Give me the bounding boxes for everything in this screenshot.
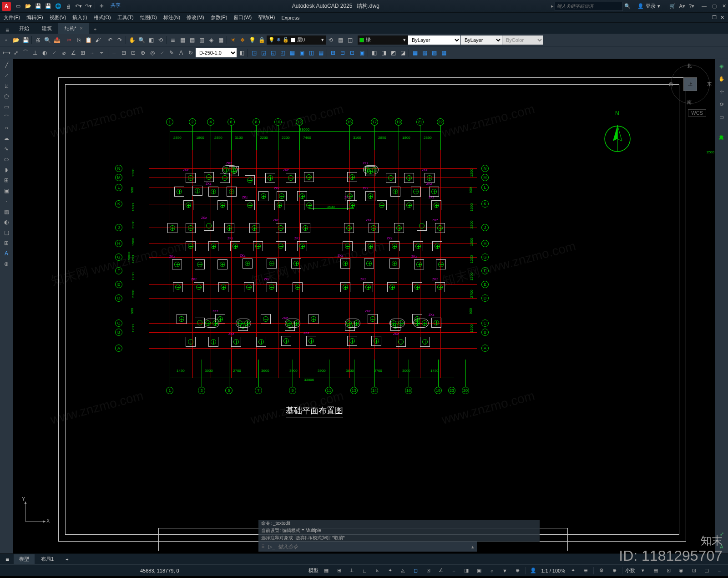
tab-add-layout-icon[interactable]: + <box>60 555 74 563</box>
zoom-rt-icon[interactable]: 🔍 <box>137 35 146 45</box>
plotstyle-dropdown[interactable]: ByColor <box>502 35 543 45</box>
dim-jog-icon[interactable]: ⟋ <box>50 48 59 57</box>
table-icon[interactable]: ⊞ <box>1 238 12 248</box>
maximize-icon[interactable]: ▢ <box>712 3 717 9</box>
open-icon[interactable]: 📂 <box>24 2 33 11</box>
layout-menu-icon[interactable]: ≡ <box>2 556 13 563</box>
transp-icon[interactable]: ◨ <box>461 566 471 575</box>
xref4-icon[interactable]: ◪ <box>398 48 407 57</box>
otrack-icon[interactable]: ∠ <box>436 566 446 575</box>
dim-dia-icon[interactable]: ⌀ <box>59 48 68 57</box>
center-icon[interactable]: ⊕ <box>138 48 147 57</box>
dim-arc-icon[interactable]: ⌒ <box>21 48 30 57</box>
ortho-icon[interactable]: ⊾ <box>372 566 382 575</box>
menu-dim[interactable]: 标注(N) <box>163 14 180 21</box>
polygon-icon[interactable]: ⬠ <box>1 91 12 101</box>
inspect-icon[interactable]: ◎ <box>148 48 157 57</box>
grp2-icon[interactable]: ⊟ <box>338 48 347 57</box>
dim-break-icon[interactable]: ⊟ <box>119 48 128 57</box>
xref2-icon[interactable]: ◨ <box>379 48 388 57</box>
search-input[interactable] <box>555 2 623 11</box>
arc-icon[interactable]: ⌒ <box>1 112 12 122</box>
addsel-icon[interactable]: ⊕ <box>1 259 12 269</box>
dim-ord-icon[interactable]: ⊥ <box>30 48 40 57</box>
grp4-icon[interactable]: ▣ <box>357 48 366 57</box>
mod8-icon[interactable]: ▤ <box>316 48 325 57</box>
menu-insert[interactable]: 插入(I) <box>72 14 87 21</box>
layer-prev-icon[interactable]: ⟲ <box>326 35 335 45</box>
dimstyle-mgr-icon[interactable]: ◧ <box>237 48 246 57</box>
menu-tools[interactable]: 工具(T) <box>117 14 134 21</box>
preview-btn-icon[interactable]: 🔍 <box>43 35 52 45</box>
linetype-dropdown[interactable]: ByLayer <box>408 35 460 45</box>
snap-icon[interactable]: ⊞ <box>334 566 344 575</box>
paste-btn-icon[interactable]: 📋 <box>84 35 93 45</box>
custom-icon[interactable]: ≡ <box>714 566 724 575</box>
match-btn-icon[interactable]: 🖌 <box>93 35 102 45</box>
redo-icon[interactable]: ↷▾ <box>84 2 93 11</box>
units-decimal[interactable]: 小数 <box>625 567 635 574</box>
circle-icon[interactable]: ○ <box>1 123 12 133</box>
layer-off-icon[interactable]: 💡 <box>248 35 257 45</box>
revcloud-icon[interactable]: ☁ <box>1 133 12 143</box>
selcyc-icon[interactable]: ▣ <box>474 566 484 575</box>
pline-icon[interactable]: ⟀ <box>1 81 12 91</box>
mod3-icon[interactable]: ◱ <box>268 48 278 57</box>
undo2-icon[interactable]: ↶ <box>106 35 115 45</box>
block-icon[interactable]: ▣ <box>1 186 12 196</box>
zoom-ext-icon[interactable]: ⊹ <box>717 86 727 96</box>
pan-icon[interactable]: ✋ <box>127 35 136 45</box>
orbit-icon[interactable]: ⟳ <box>717 99 727 109</box>
toolpal-icon[interactable]: ▤ <box>187 35 197 45</box>
hatch-icon[interactable]: ▨ <box>1 207 12 217</box>
region-icon[interactable]: ▢ <box>1 228 12 238</box>
dducs-icon[interactable]: ⟐ <box>487 566 497 575</box>
viewcube[interactable]: 上 北 南 东 西 <box>670 64 711 105</box>
mtext-icon[interactable]: A <box>1 248 12 259</box>
layer-state-icon[interactable]: ▤ <box>336 35 345 45</box>
annoscale-icon[interactable]: 👤 <box>528 566 538 575</box>
hw-icon[interactable]: ⊡ <box>689 566 699 575</box>
menu-view[interactable]: 视图(V) <box>50 14 66 21</box>
drawing-canvas[interactable]: N 基础平面布置图 124681012151719212213579111314… <box>13 59 715 553</box>
menu-file[interactable]: 文件(F) <box>4 14 20 21</box>
new-icon[interactable]: ▭ <box>14 2 23 11</box>
qcalc-icon[interactable]: ▦ <box>216 35 225 45</box>
hamburger-icon[interactable]: ≡ <box>2 26 13 34</box>
dimedit-icon[interactable]: ✎ <box>167 48 176 57</box>
xref3-icon[interactable]: ◩ <box>389 48 398 57</box>
grid-icon[interactable]: ▦ <box>321 566 331 575</box>
monitor-icon[interactable]: ⊕ <box>609 566 619 575</box>
mod2-icon[interactable]: ◲ <box>259 48 268 57</box>
osnap-icon[interactable]: ◻ <box>410 566 420 575</box>
menu-format[interactable]: 格式(O) <box>94 14 111 21</box>
spline-icon[interactable]: ∿ <box>1 144 12 154</box>
modelspace-button[interactable]: 模型 <box>308 567 318 574</box>
tab-arch[interactable]: 建筑 <box>35 23 58 34</box>
dcenter-icon[interactable]: ▦ <box>178 35 187 45</box>
lweight-icon[interactable]: ≡ <box>449 566 459 575</box>
tab-start[interactable]: 开始 <box>13 23 35 34</box>
line-icon[interactable]: ╱ <box>1 60 12 70</box>
share-icon[interactable]: ✈ <box>97 2 106 11</box>
layer-lock-icon[interactable]: 🔒 <box>257 35 266 45</box>
showmotion-icon[interactable]: ▭ <box>717 112 727 122</box>
blk1-icon[interactable]: ▦ <box>410 48 420 57</box>
menu-help[interactable]: 帮助(H) <box>258 14 275 21</box>
scale-display[interactable]: 1:1 / 100% <box>541 568 565 573</box>
annovis-icon[interactable]: ✦ <box>568 566 578 575</box>
redo2-icon[interactable]: ↷ <box>115 35 124 45</box>
mod6-icon[interactable]: ▣ <box>297 48 306 57</box>
saveas-icon[interactable]: 💾 <box>44 2 53 11</box>
plot-icon[interactable]: 🖨 <box>64 2 73 11</box>
blk2-icon[interactable]: ▧ <box>420 48 429 57</box>
login-button[interactable]: 👤登录▾ <box>637 3 660 10</box>
mod7-icon[interactable]: ◫ <box>307 48 316 57</box>
ellipsearc-icon[interactable]: ◗ <box>1 165 12 175</box>
dim-space-icon[interactable]: ⫨ <box>110 48 119 57</box>
lineweight-dropdown[interactable]: ByLayer <box>461 35 502 45</box>
zoom-prev-icon[interactable]: ⟲ <box>156 35 165 45</box>
dimtedit-icon[interactable]: A <box>177 48 186 57</box>
layer-freeze-icon[interactable]: ❄ <box>238 35 247 45</box>
save-btn-icon[interactable]: 💾 <box>21 35 30 45</box>
